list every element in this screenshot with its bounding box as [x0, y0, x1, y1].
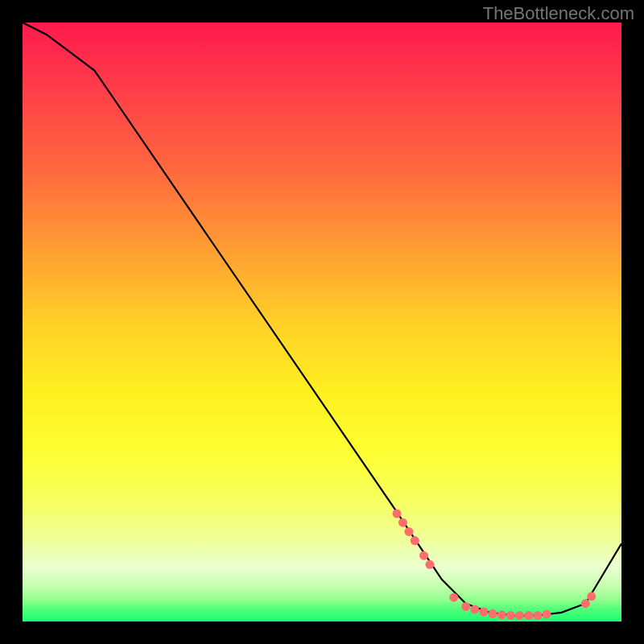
highlight-dots [393, 510, 597, 621]
dot [479, 608, 488, 617]
dot [419, 551, 428, 560]
dot [425, 560, 434, 569]
dot [449, 593, 458, 602]
attribution-text: TheBottleneck.com [483, 3, 634, 24]
dot [515, 611, 524, 620]
dot [470, 605, 479, 614]
dot [393, 510, 402, 518]
dot [543, 610, 551, 619]
dot [461, 602, 470, 611]
dot [533, 611, 542, 620]
dot [581, 599, 590, 608]
dot [489, 609, 497, 618]
plot-svg [23, 23, 621, 621]
dot [506, 611, 515, 620]
dot [524, 611, 533, 620]
dot [411, 536, 419, 545]
bottleneck-curve [23, 23, 621, 616]
dot [587, 592, 596, 601]
dot [398, 518, 407, 527]
chart-wrapper: TheBottleneck.com [0, 0, 644, 644]
plot-area [23, 23, 621, 621]
dot [404, 527, 413, 536]
dot [497, 610, 506, 619]
